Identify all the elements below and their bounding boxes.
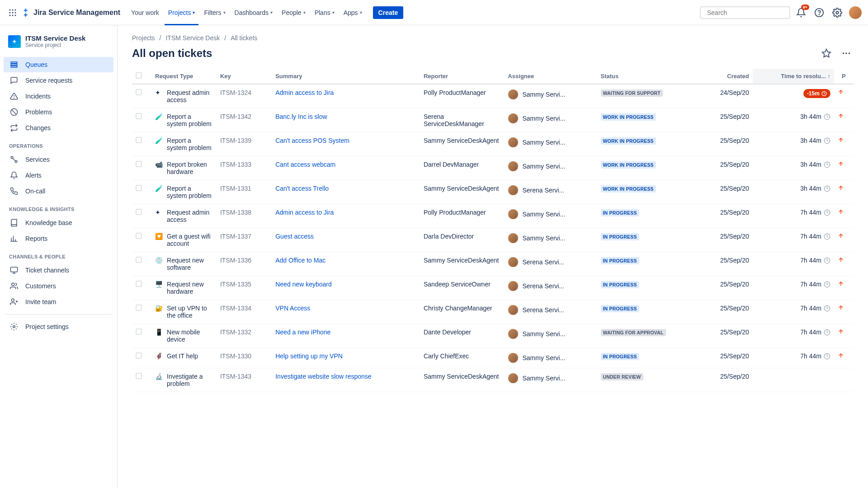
column-header[interactable]: Created [701, 69, 753, 84]
column-header[interactable]: Reporter [420, 69, 505, 84]
nav-people[interactable]: People▾ [278, 5, 309, 20]
row-checkbox[interactable] [136, 113, 142, 119]
notifications-icon[interactable]: 9+ [794, 5, 808, 20]
ticket-summary[interactable]: Admin access to Jira [272, 204, 420, 228]
status-badge[interactable]: WORK IN PROGRESS [601, 185, 656, 192]
status-badge[interactable]: IN PROGRESS [601, 305, 639, 312]
assignee[interactable]: Serena Servi... [508, 281, 593, 291]
table-row[interactable]: ✦Request admin accessITSM-1324Admin acce… [132, 84, 854, 108]
sidebar-item-changes[interactable]: Changes [4, 120, 113, 136]
ticket-key[interactable]: ITSM-1324 [217, 84, 272, 108]
row-checkbox[interactable] [136, 257, 142, 263]
sidebar-item-knowledge-base[interactable]: Knowledge base [4, 215, 113, 230]
table-row[interactable]: ✦Request admin accessITSM-1338Admin acce… [132, 204, 854, 228]
table-row[interactable]: 🧪Report a system problemITSM-1342Banc.ly… [132, 108, 854, 132]
nav-your-work[interactable]: Your work [127, 5, 163, 20]
table-row[interactable]: 🦸Get IT helpITSM-1330Help setting up my … [132, 348, 854, 368]
row-checkbox[interactable] [136, 352, 142, 359]
ticket-summary[interactable]: Need a new iPhone [272, 324, 420, 348]
status-badge[interactable]: WORK IN PROGRESS [601, 137, 656, 145]
sidebar-item-reports[interactable]: Reports [4, 231, 113, 246]
row-checkbox[interactable] [136, 137, 142, 143]
ticket-key[interactable]: ITSM-1334 [217, 300, 272, 324]
product-logo[interactable]: Jira Service Management [22, 8, 120, 17]
column-header[interactable]: P [834, 69, 854, 84]
nav-plans[interactable]: Plans▾ [311, 5, 338, 20]
ticket-summary[interactable]: Cant access webcam [272, 156, 420, 180]
status-badge[interactable]: UNDER REVIEW [601, 373, 643, 380]
ticket-key[interactable]: ITSM-1332 [217, 324, 272, 348]
assignee[interactable]: Sammy Servi... [508, 352, 593, 363]
settings-icon[interactable] [830, 5, 844, 20]
status-badge[interactable]: WORK IN PROGRESS [601, 161, 656, 169]
status-badge[interactable]: IN PROGRESS [601, 281, 639, 288]
status-badge[interactable]: WAITING FOR APPROVAL [601, 329, 666, 336]
ticket-key[interactable]: ITSM-1336 [217, 252, 272, 276]
column-header[interactable]: Assignee [504, 69, 597, 84]
sidebar-item-queues[interactable]: Queues [4, 57, 113, 72]
table-row[interactable]: 🧪Report a system problemITSM-1339Can't a… [132, 132, 854, 156]
table-row[interactable]: 📹Report broken hardwareITSM-1333Cant acc… [132, 156, 854, 180]
assignee[interactable]: Sammy Servi... [508, 89, 593, 100]
select-all-checkbox[interactable] [136, 72, 142, 79]
table-row[interactable]: 📱New mobile deviceITSM-1332Need a new iP… [132, 324, 854, 348]
table-row[interactable]: 🔽Get a guest wifi accountITSM-1337Guest … [132, 228, 854, 252]
nav-projects[interactable]: Projects▾ [165, 5, 199, 20]
status-badge[interactable]: IN PROGRESS [601, 209, 639, 216]
create-button[interactable]: Create [373, 6, 404, 19]
assignee[interactable]: Sammy Servi... [508, 233, 593, 244]
table-row[interactable]: 💿Request new softwareITSM-1336Add Office… [132, 252, 854, 276]
row-checkbox[interactable] [136, 233, 142, 239]
breadcrumb-item[interactable]: ITSM Service Desk [165, 34, 220, 42]
assignee[interactable]: Sammy Servi... [508, 373, 593, 384]
ticket-summary[interactable]: Can't access Trello [272, 180, 420, 204]
sidebar-item-ticket-channels[interactable]: Ticket channels [4, 263, 113, 278]
ticket-key[interactable]: ITSM-1330 [217, 348, 272, 368]
assignee[interactable]: Sammy Servi... [508, 328, 593, 339]
search-input[interactable] [707, 9, 786, 16]
column-header[interactable]: Summary [272, 69, 420, 84]
ticket-summary[interactable]: Help setting up my VPN [272, 348, 420, 368]
table-row[interactable]: 🔬Investigate a problemITSM-1343Investiga… [132, 368, 854, 392]
assignee[interactable]: Sammy Servi... [508, 113, 593, 124]
breadcrumb-item[interactable]: All tickets [231, 34, 257, 42]
sidebar-item-service-requests[interactable]: Service requests [4, 73, 113, 88]
help-icon[interactable] [812, 5, 826, 20]
app-switcher-icon[interactable] [5, 5, 20, 20]
profile-avatar[interactable] [848, 5, 863, 20]
status-badge[interactable]: IN PROGRESS [601, 233, 639, 240]
sidebar-item-customers[interactable]: Customers [4, 278, 113, 294]
ticket-key[interactable]: ITSM-1339 [217, 132, 272, 156]
assignee[interactable]: Serena Servi... [508, 185, 593, 196]
nav-apps[interactable]: Apps▾ [340, 5, 366, 20]
sidebar-item-project-settings[interactable]: Project settings [4, 319, 113, 334]
column-header[interactable]: Time to resolu... ↑ [753, 69, 834, 84]
table-row[interactable]: 🖥️Request new hardwareITSM-1335Need new … [132, 276, 854, 300]
row-checkbox[interactable] [136, 185, 142, 191]
ticket-summary[interactable]: Need new keyboard [272, 276, 420, 300]
ticket-key[interactable]: ITSM-1338 [217, 204, 272, 228]
status-badge[interactable]: WAITING FOR SUPPORT [601, 89, 663, 97]
assignee[interactable]: Sammy Servi... [508, 137, 593, 148]
assignee[interactable]: Serena Servi... [508, 305, 593, 315]
star-icon[interactable] [819, 46, 834, 61]
status-badge[interactable]: IN PROGRESS [601, 353, 639, 360]
sidebar-item-invite-team[interactable]: Invite team [4, 294, 113, 310]
ticket-key[interactable]: ITSM-1342 [217, 108, 272, 132]
project-header[interactable]: ✦ ITSM Service Desk Service project [4, 34, 113, 56]
ticket-key[interactable]: ITSM-1333 [217, 156, 272, 180]
assignee[interactable]: Sammy Servi... [508, 161, 593, 172]
ticket-summary[interactable]: Guest access [272, 228, 420, 252]
row-checkbox[interactable] [136, 281, 142, 287]
more-icon[interactable] [839, 46, 854, 61]
row-checkbox[interactable] [136, 161, 142, 167]
ticket-summary[interactable]: VPN Access [272, 300, 420, 324]
ticket-summary[interactable]: Investigate website slow response [272, 368, 420, 392]
assignee[interactable]: Serena Servi... [508, 257, 593, 267]
column-header[interactable]: Key [217, 69, 272, 84]
sidebar-item-services[interactable]: Services [4, 152, 113, 167]
ticket-key[interactable]: ITSM-1337 [217, 228, 272, 252]
row-checkbox[interactable] [136, 328, 142, 335]
ticket-key[interactable]: ITSM-1343 [217, 368, 272, 392]
table-row[interactable]: 🔐Set up VPN to the officeITSM-1334VPN Ac… [132, 300, 854, 324]
